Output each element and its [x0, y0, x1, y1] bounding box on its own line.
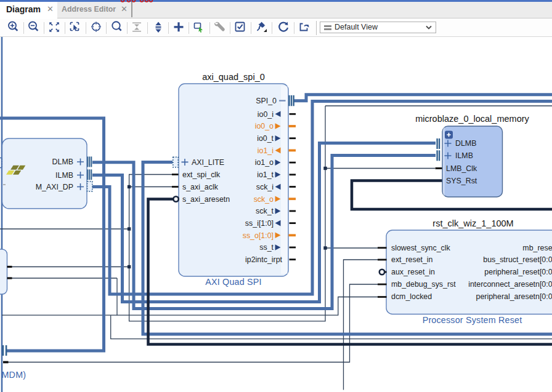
svg-text:ip2intc_irpt: ip2intc_irpt	[245, 255, 282, 264]
svg-text:Processor System Reset: Processor System Reset	[423, 315, 522, 325]
svg-text:M_AXI_DP: M_AXI_DP	[36, 183, 73, 191]
svg-text:io0_t: io0_t	[257, 134, 274, 143]
svg-text:MDM): MDM)	[2, 370, 26, 380]
svg-text:io1_i: io1_i	[258, 146, 274, 155]
svg-text:sck_i: sck_i	[256, 183, 274, 191]
svg-text:ss_i[1:0]: ss_i[1:0]	[245, 219, 274, 228]
svg-text:io1_o: io1_o	[255, 158, 274, 167]
svg-text:slowest_sync_clk: slowest_sync_clk	[391, 244, 451, 252]
svg-text:sck_t: sck_t	[256, 207, 274, 215]
svg-text:rst_clk_wiz_1_100M: rst_clk_wiz_1_100M	[432, 218, 513, 228]
svg-text:mb_debug_sys_rst: mb_debug_sys_rst	[391, 280, 456, 289]
svg-text:s_axi_aclk: s_axi_aclk	[182, 183, 219, 191]
svg-text:bus_struct_reset[0:0]: bus_struct_reset[0:0]	[483, 255, 552, 264]
svg-text:dcm_locked: dcm_locked	[391, 292, 432, 301]
svg-text:aux_reset_in: aux_reset_in	[391, 268, 435, 276]
svg-text:sck_o: sck_o	[254, 195, 274, 204]
svg-text:LMB_Clk: LMB_Clk	[446, 164, 477, 173]
svg-text:AXI Quad SPI: AXI Quad SPI	[205, 277, 261, 287]
svg-text:SPI_0: SPI_0	[256, 97, 277, 105]
svg-text:s_axi_aresetn: s_axi_aresetn	[182, 195, 230, 204]
svg-text:ILMB: ILMB	[55, 171, 73, 180]
svg-text:DLMB: DLMB	[455, 139, 476, 148]
svg-text:peripheral_aresetn[0:0]: peripheral_aresetn[0:0]	[476, 292, 552, 301]
svg-text:ext_spi_clk: ext_spi_clk	[182, 170, 221, 179]
svg-text:microblaze_0_local_memory: microblaze_0_local_memory	[415, 114, 529, 124]
svg-text:axi_quad_spi_0: axi_quad_spi_0	[202, 72, 265, 82]
svg-text:interconnect_aresetn[0:0]: interconnect_aresetn[0:0]	[468, 280, 552, 289]
svg-text:ILMB: ILMB	[455, 151, 473, 160]
svg-text:io0_o: io0_o	[255, 122, 274, 130]
svg-text:SYS_Rst: SYS_Rst	[446, 177, 477, 185]
svg-text:io0_i: io0_i	[258, 110, 274, 119]
svg-text:AXI_LITE: AXI_LITE	[192, 158, 224, 167]
svg-text:mb_reset: mb_reset	[522, 244, 552, 252]
svg-text:io1_t: io1_t	[257, 170, 274, 179]
svg-text:peripheral_reset[0:0]: peripheral_reset[0:0]	[484, 268, 552, 276]
svg-text:DLMB: DLMB	[52, 158, 73, 166]
svg-text:ss_t: ss_t	[259, 243, 274, 252]
svg-text:ext_reset_in: ext_reset_in	[391, 255, 433, 264]
svg-text:ss_o[1:0]: ss_o[1:0]	[243, 231, 274, 240]
